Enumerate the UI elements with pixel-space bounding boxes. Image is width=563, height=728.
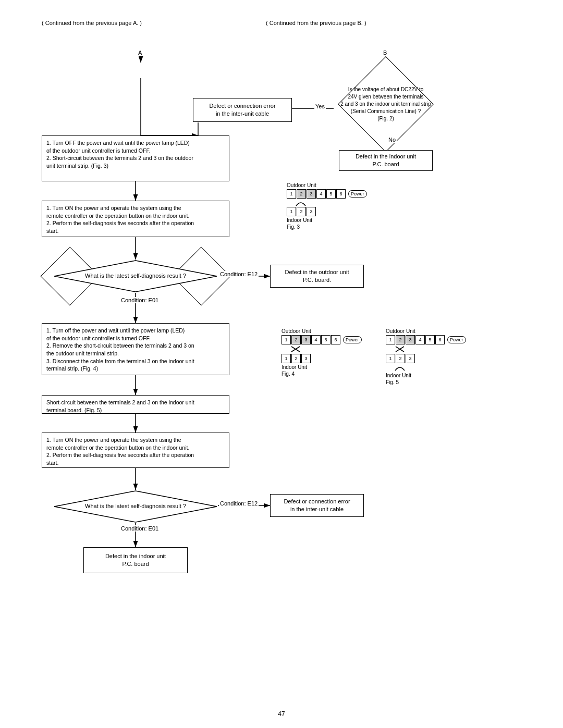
box-step2: 1. Turn ON the power and operate the sys…	[42, 201, 229, 237]
fig3-diagram: Outdoor Unit 1 2 3 4 5 6 Power 1 2 3 Ind…	[287, 182, 367, 230]
label-no: No	[387, 137, 397, 143]
flowchart: A B Is the voltage of about DC22V to24V …	[31, 21, 532, 698]
condition-e12-1: Condition: E12	[219, 271, 259, 277]
fig4-diagram: Outdoor Unit 1 2 3 4 5 6 Power 1 2 3 Ind…	[282, 328, 362, 377]
page: ( Continued from the previous page A. ) …	[0, 0, 563, 728]
box-defect-inter-2: Defect or connection errorin the inter-u…	[270, 494, 364, 517]
box-defect-outdoor-pc: Defect in the outdoor unitP.C. board.	[270, 265, 364, 288]
condition-e12-2: Condition: E12	[219, 500, 259, 507]
condition-e01-2: Condition: E01	[120, 525, 160, 532]
box-step3: 1. Turn off the power and wait until the…	[42, 323, 229, 375]
box-step1: 1. Turn OFF the power and wait until the…	[42, 135, 229, 181]
box-defect-indoor-pc2: Defect in the indoor unitP.C. board	[83, 547, 188, 573]
box-defect-indoor-pc: Defect in the indoor unitP.C. board	[339, 150, 433, 171]
diamond-voltage: Is the voltage of about DC22V to24V give…	[334, 73, 438, 135]
box-defect-inter-1: Defect or connection errorin the inter-u…	[193, 98, 292, 122]
diamond-diagnosis-2: What is the latest self-diagnosis result…	[53, 490, 218, 523]
label-yes: Yes	[314, 103, 326, 109]
condition-e01-1: Condition: E01	[120, 297, 160, 303]
box-step4: 1. Turn ON the power and operate the sys…	[42, 433, 229, 468]
label-b: B	[382, 50, 388, 56]
label-a: A	[137, 50, 143, 56]
diamond-diagnosis-1: What is the latest self-diagnosis result…	[53, 260, 218, 293]
page-number: 47	[278, 710, 285, 718]
fig5-diagram: Outdoor Unit 1 2 3 4 5 6 Power 1 2 3	[386, 328, 466, 385]
box-short-circuit: Short-circuit between the terminals 2 an…	[42, 395, 229, 414]
